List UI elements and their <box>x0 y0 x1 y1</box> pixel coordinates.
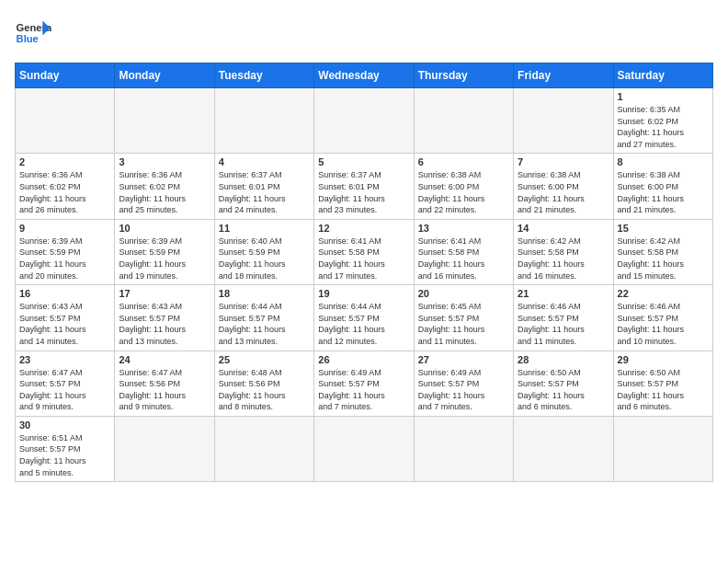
day-info: Sunrise: 6:49 AM Sunset: 5:57 PM Dayligh… <box>418 367 509 413</box>
day-info: Sunrise: 6:42 AM Sunset: 5:58 PM Dayligh… <box>518 236 609 282</box>
day-info: Sunrise: 6:47 AM Sunset: 5:56 PM Dayligh… <box>119 367 210 413</box>
calendar-cell: 19Sunrise: 6:44 AM Sunset: 5:57 PM Dayli… <box>314 285 414 350</box>
day-info: Sunrise: 6:47 AM Sunset: 5:57 PM Dayligh… <box>19 367 110 413</box>
calendar-cell: 14Sunrise: 6:42 AM Sunset: 5:58 PM Dayli… <box>514 219 613 284</box>
calendar-cell: 30Sunrise: 6:51 AM Sunset: 5:57 PM Dayli… <box>16 416 115 481</box>
day-info: Sunrise: 6:45 AM Sunset: 5:57 PM Dayligh… <box>418 301 509 347</box>
day-number: 4 <box>219 156 310 167</box>
day-info: Sunrise: 6:48 AM Sunset: 5:56 PM Dayligh… <box>219 367 310 413</box>
day-info: Sunrise: 6:40 AM Sunset: 5:59 PM Dayligh… <box>219 236 310 282</box>
day-number: 20 <box>418 288 509 299</box>
calendar-cell <box>514 88 613 154</box>
calendar-cell <box>214 88 313 154</box>
svg-text:Blue: Blue <box>17 33 39 44</box>
calendar-cell: 11Sunrise: 6:40 AM Sunset: 5:59 PM Dayli… <box>214 219 313 284</box>
calendar-cell: 28Sunrise: 6:50 AM Sunset: 5:57 PM Dayli… <box>514 350 613 416</box>
day-number: 28 <box>518 354 609 365</box>
calendar-header-row: SundayMondayTuesdayWednesdayThursdayFrid… <box>16 63 713 88</box>
day-number: 26 <box>318 354 409 365</box>
calendar-cell <box>414 88 513 154</box>
calendar-cell <box>115 88 214 154</box>
calendar-cell: 6Sunrise: 6:38 AM Sunset: 6:00 PM Daylig… <box>414 154 513 219</box>
day-number: 9 <box>19 223 110 234</box>
day-number: 25 <box>219 354 310 365</box>
column-header-monday: Monday <box>115 63 214 88</box>
day-number: 6 <box>418 156 509 167</box>
day-info: Sunrise: 6:49 AM Sunset: 5:57 PM Dayligh… <box>318 367 409 413</box>
day-number: 2 <box>19 156 110 167</box>
day-info: Sunrise: 6:44 AM Sunset: 5:57 PM Dayligh… <box>318 301 409 347</box>
day-info: Sunrise: 6:50 AM Sunset: 5:57 PM Dayligh… <box>518 367 609 413</box>
calendar-cell: 25Sunrise: 6:48 AM Sunset: 5:56 PM Dayli… <box>214 350 313 416</box>
calendar-cell <box>115 416 214 481</box>
calendar-table: SundayMondayTuesdayWednesdayThursdayFrid… <box>15 63 713 482</box>
day-info: Sunrise: 6:36 AM Sunset: 6:02 PM Dayligh… <box>119 169 210 215</box>
day-info: Sunrise: 6:42 AM Sunset: 5:58 PM Dayligh… <box>618 236 709 282</box>
calendar-cell: 24Sunrise: 6:47 AM Sunset: 5:56 PM Dayli… <box>115 350 214 416</box>
day-number: 23 <box>19 354 110 365</box>
calendar-cell: 15Sunrise: 6:42 AM Sunset: 5:58 PM Dayli… <box>613 219 712 284</box>
calendar-cell <box>414 416 513 481</box>
day-info: Sunrise: 6:51 AM Sunset: 5:57 PM Dayligh… <box>19 432 110 478</box>
calendar-week-2: 2Sunrise: 6:36 AM Sunset: 6:02 PM Daylig… <box>16 154 713 219</box>
calendar-cell: 8Sunrise: 6:38 AM Sunset: 6:00 PM Daylig… <box>613 154 712 219</box>
calendar-cell: 26Sunrise: 6:49 AM Sunset: 5:57 PM Dayli… <box>314 350 414 416</box>
calendar-cell <box>314 88 414 154</box>
calendar-cell: 22Sunrise: 6:46 AM Sunset: 5:57 PM Dayli… <box>613 285 712 350</box>
calendar-cell: 7Sunrise: 6:38 AM Sunset: 6:00 PM Daylig… <box>514 154 613 219</box>
day-number: 19 <box>318 288 409 299</box>
column-header-saturday: Saturday <box>613 63 712 88</box>
calendar-cell: 12Sunrise: 6:41 AM Sunset: 5:58 PM Dayli… <box>314 219 414 284</box>
calendar-week-6: 30Sunrise: 6:51 AM Sunset: 5:57 PM Dayli… <box>16 416 713 481</box>
calendar-cell <box>514 416 613 481</box>
calendar-cell: 17Sunrise: 6:43 AM Sunset: 5:57 PM Dayli… <box>115 285 214 350</box>
day-number: 29 <box>618 354 709 365</box>
calendar-cell: 16Sunrise: 6:43 AM Sunset: 5:57 PM Dayli… <box>16 285 115 350</box>
day-number: 12 <box>318 223 409 234</box>
day-info: Sunrise: 6:46 AM Sunset: 5:57 PM Dayligh… <box>618 301 709 347</box>
day-number: 22 <box>618 288 709 299</box>
day-info: Sunrise: 6:38 AM Sunset: 6:00 PM Dayligh… <box>418 169 509 215</box>
day-number: 8 <box>618 156 709 167</box>
calendar-cell: 5Sunrise: 6:37 AM Sunset: 6:01 PM Daylig… <box>314 154 414 219</box>
day-info: Sunrise: 6:43 AM Sunset: 5:57 PM Dayligh… <box>119 301 210 347</box>
day-info: Sunrise: 6:46 AM Sunset: 5:57 PM Dayligh… <box>518 301 609 347</box>
day-info: Sunrise: 6:41 AM Sunset: 5:58 PM Dayligh… <box>418 236 509 282</box>
calendar-cell <box>314 416 414 481</box>
calendar-cell: 3Sunrise: 6:36 AM Sunset: 6:02 PM Daylig… <box>115 154 214 219</box>
calendar-cell: 2Sunrise: 6:36 AM Sunset: 6:02 PM Daylig… <box>16 154 115 219</box>
day-info: Sunrise: 6:44 AM Sunset: 5:57 PM Dayligh… <box>219 301 310 347</box>
calendar-cell: 9Sunrise: 6:39 AM Sunset: 5:59 PM Daylig… <box>16 219 115 284</box>
calendar-cell: 21Sunrise: 6:46 AM Sunset: 5:57 PM Dayli… <box>514 285 613 350</box>
day-info: Sunrise: 6:37 AM Sunset: 6:01 PM Dayligh… <box>318 169 409 215</box>
logo-icon: General Blue <box>15 15 51 52</box>
calendar-cell <box>214 416 313 481</box>
calendar-cell: 29Sunrise: 6:50 AM Sunset: 5:57 PM Dayli… <box>613 350 712 416</box>
calendar-cell: 18Sunrise: 6:44 AM Sunset: 5:57 PM Dayli… <box>214 285 313 350</box>
day-info: Sunrise: 6:38 AM Sunset: 6:00 PM Dayligh… <box>518 169 609 215</box>
calendar-cell <box>613 416 712 481</box>
day-info: Sunrise: 6:37 AM Sunset: 6:01 PM Dayligh… <box>219 169 310 215</box>
calendar-cell: 27Sunrise: 6:49 AM Sunset: 5:57 PM Dayli… <box>414 350 513 416</box>
day-info: Sunrise: 6:36 AM Sunset: 6:02 PM Dayligh… <box>19 169 110 215</box>
day-number: 24 <box>119 354 210 365</box>
day-info: Sunrise: 6:39 AM Sunset: 5:59 PM Dayligh… <box>119 236 210 282</box>
day-info: Sunrise: 6:38 AM Sunset: 6:00 PM Dayligh… <box>618 169 709 215</box>
calendar-week-3: 9Sunrise: 6:39 AM Sunset: 5:59 PM Daylig… <box>16 219 713 284</box>
day-number: 3 <box>119 156 210 167</box>
calendar-cell: 10Sunrise: 6:39 AM Sunset: 5:59 PM Dayli… <box>115 219 214 284</box>
column-header-wednesday: Wednesday <box>314 63 414 88</box>
day-number: 15 <box>618 223 709 234</box>
calendar-cell <box>16 88 115 154</box>
day-info: Sunrise: 6:35 AM Sunset: 6:02 PM Dayligh… <box>618 104 709 150</box>
calendar-cell: 23Sunrise: 6:47 AM Sunset: 5:57 PM Dayli… <box>16 350 115 416</box>
calendar-cell: 4Sunrise: 6:37 AM Sunset: 6:01 PM Daylig… <box>214 154 313 219</box>
column-header-sunday: Sunday <box>16 63 115 88</box>
day-number: 16 <box>19 288 110 299</box>
day-info: Sunrise: 6:43 AM Sunset: 5:57 PM Dayligh… <box>19 301 110 347</box>
day-number: 30 <box>19 419 110 431</box>
logo: General Blue <box>15 15 51 52</box>
day-info: Sunrise: 6:41 AM Sunset: 5:58 PM Dayligh… <box>318 236 409 282</box>
page-header: General Blue <box>15 15 713 52</box>
column-header-friday: Friday <box>514 63 613 88</box>
